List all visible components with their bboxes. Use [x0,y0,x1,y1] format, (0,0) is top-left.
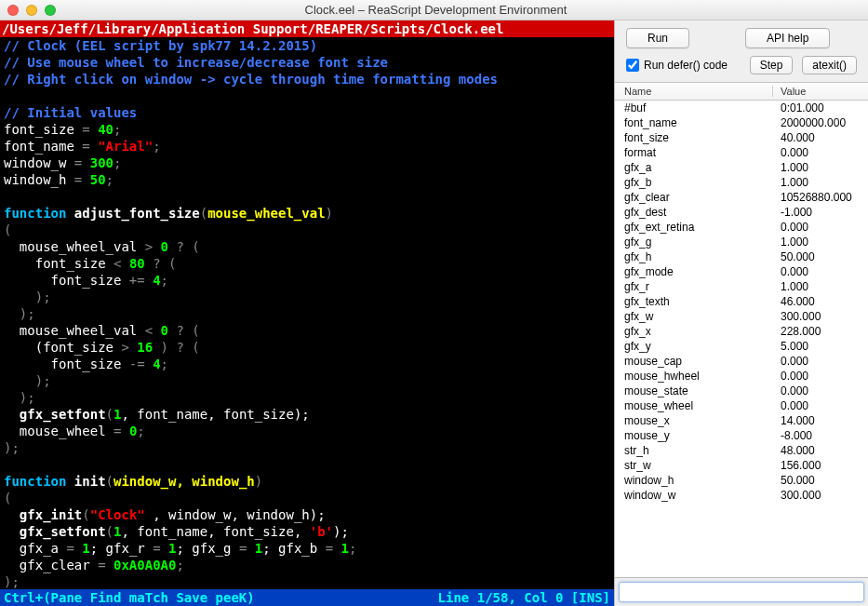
variable-value: 50.000 [773,250,868,263]
variable-row[interactable]: gfx_w300.000 [615,309,868,324]
variable-value: 0.000 [773,370,868,383]
run-button[interactable]: Run [626,28,689,48]
variable-name: gfx_mode [615,265,773,278]
status-right: Line 1/58, Col 0 [INS] [438,589,610,606]
variable-row[interactable]: mouse_state0.000 [615,384,868,398]
window-title: Clock.eel – ReaScript Development Enviro… [11,3,861,17]
variable-name: gfx_g [615,236,773,249]
variable-row[interactable]: gfx_clear10526880.000 [615,190,868,205]
options-row: Run defer() code Step atexit() [615,52,868,82]
variable-value: 300.000 [773,310,868,323]
step-button[interactable]: Step [750,56,794,74]
variable-value: 228.000 [773,325,868,338]
variable-value: 1.000 [773,280,868,293]
variable-row[interactable]: mouse_y-8.000 [615,428,868,443]
variable-value: 0.000 [773,355,868,368]
variable-name: gfx_clear [615,191,773,204]
sidebar: Run API help Run defer() code Step atexi… [614,20,868,606]
variable-value: 5.000 [773,340,868,353]
variable-value: 14.000 [773,414,868,427]
variable-row[interactable]: mouse_hwheel0.000 [615,369,868,384]
variable-name: gfx_a [615,161,773,174]
variable-name: gfx_texth [615,295,773,308]
variable-name: gfx_dest [615,206,773,219]
variables-list[interactable]: #buf0:01.000font_name2000000.000font_siz… [615,101,868,577]
variable-name: window_w [615,489,773,502]
header-name[interactable]: Name [615,86,773,97]
variable-value: -1.000 [773,206,868,219]
status-left: Ctrl+(Pane Find maTch Save peeK) [4,589,255,606]
variable-row[interactable]: str_h48.000 [615,443,868,458]
button-row: Run API help [615,20,868,52]
variable-value: 46.000 [773,295,868,308]
variable-name: format [615,146,773,159]
variable-row[interactable]: gfx_y5.000 [615,339,868,354]
variable-row[interactable]: gfx_h50.000 [615,249,868,264]
variables-header: Name Value [615,82,868,101]
variable-value: 1.000 [773,236,868,249]
variable-value: 0.000 [773,384,868,397]
variable-row[interactable]: gfx_g1.000 [615,235,868,249]
variable-name: str_h [615,444,773,457]
variable-name: str_w [615,459,773,472]
code-editor[interactable]: /Users/Jeff/Library/Application Support/… [0,20,614,606]
variable-row[interactable]: gfx_texth46.000 [615,294,868,309]
variable-name: mouse_hwheel [615,370,773,383]
variable-name: mouse_state [615,384,773,397]
variable-row[interactable]: window_h50.000 [615,473,868,488]
code-area[interactable]: // Clock (EEL script by spk77 14.2.2015)… [0,37,614,589]
variable-row[interactable]: mouse_x14.000 [615,413,868,428]
variable-value: 40.000 [773,131,868,144]
command-input[interactable] [619,582,864,602]
api-help-button[interactable]: API help [745,28,830,48]
variable-name: mouse_x [615,414,773,427]
variable-row[interactable]: mouse_cap0.000 [615,354,868,369]
variable-value: 0.000 [773,265,868,278]
defer-checkbox-input[interactable] [626,59,639,72]
titlebar: Clock.eel – ReaScript Development Enviro… [0,0,868,20]
variable-value: 0.000 [773,221,868,234]
variable-row[interactable]: gfx_r1.000 [615,279,868,294]
variable-name: font_size [615,131,773,144]
variable-value: -8.000 [773,429,868,442]
variable-name: gfx_b [615,176,773,189]
variable-row[interactable]: str_w156.000 [615,458,868,473]
variable-value: 300.000 [773,489,868,502]
variable-row[interactable]: format0.000 [615,145,868,160]
variable-row[interactable]: gfx_ext_retina0.000 [615,220,868,235]
variable-value: 10526880.000 [773,191,868,204]
variable-row[interactable]: font_size40.000 [615,130,868,145]
status-bar: Ctrl+(Pane Find maTch Save peeK) Line 1/… [0,589,614,606]
variable-name: gfx_h [615,250,773,263]
variable-row[interactable]: #buf0:01.000 [615,101,868,115]
variable-row[interactable]: gfx_mode0.000 [615,264,868,279]
variable-row[interactable]: font_name2000000.000 [615,115,868,130]
defer-label: Run defer() code [644,59,728,72]
variable-row[interactable]: gfx_a1.000 [615,160,868,175]
variable-name: gfx_w [615,310,773,323]
header-value[interactable]: Value [773,86,868,97]
variable-row[interactable]: window_w300.000 [615,488,868,503]
variable-value: 2000000.000 [773,116,868,129]
variable-row[interactable]: gfx_x228.000 [615,324,868,339]
variable-value: 50.000 [773,474,868,487]
variable-name: window_h [615,474,773,487]
file-path: /Users/Jeff/Library/Application Support/… [0,20,614,37]
variable-name: #buf [615,101,773,114]
variable-row[interactable]: mouse_wheel0.000 [615,398,868,413]
variable-name: mouse_y [615,429,773,442]
variable-row[interactable]: gfx_b1.000 [615,175,868,190]
command-input-row [615,577,868,606]
variable-row[interactable]: gfx_dest-1.000 [615,205,868,220]
variable-name: mouse_wheel [615,399,773,412]
variable-value: 156.000 [773,459,868,472]
defer-checkbox[interactable]: Run defer() code [626,59,728,72]
variable-name: gfx_y [615,340,773,353]
variable-name: gfx_ext_retina [615,221,773,234]
variable-value: 48.000 [773,444,868,457]
variable-value: 1.000 [773,176,868,189]
atexit-button[interactable]: atexit() [802,56,857,74]
variable-value: 1.000 [773,161,868,174]
variable-name: font_name [615,116,773,129]
variable-value: 0.000 [773,399,868,412]
